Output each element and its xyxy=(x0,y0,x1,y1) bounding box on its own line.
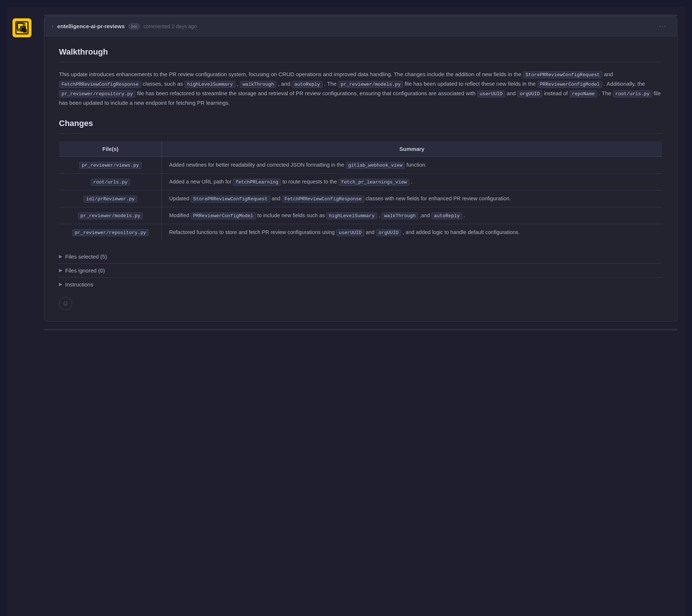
app-logo xyxy=(12,18,31,37)
comment-time: commented 2 days ago xyxy=(144,23,197,29)
bottom-divider xyxy=(44,329,677,330)
bot-badge: bot xyxy=(129,23,140,29)
summary-cell: Refactored functions to store and fetch … xyxy=(162,224,662,241)
changes-section: Changes File(s) Summary xyxy=(59,119,662,310)
code-fetch-pr-learnings-view: fetch_pr_learnings_view xyxy=(339,179,409,186)
walkthrough-paragraph: This update introduces enhancements to t… xyxy=(59,70,662,108)
code-file-5: pr_reviewer/repository.py xyxy=(72,229,149,236)
emoji-icon: ☺ xyxy=(62,300,69,307)
summary-cell: Added newlines for better readability an… xyxy=(162,156,662,173)
table-row: pr_reviewer/models.py Modified PRReviewe… xyxy=(59,207,662,224)
code-fetchPRLearning: fetchPRLearning xyxy=(233,179,281,186)
file-cell: root/urls.py xyxy=(59,173,162,190)
code-highLevelSummary: highLevelSummary xyxy=(185,81,235,88)
collapse-arrow-icon[interactable]: ‹ xyxy=(52,23,53,30)
code-autoReply2: autoReply xyxy=(431,212,462,219)
instructions-label: Instructions xyxy=(65,281,93,287)
code-PRReviewerConfigModel: PRReviewerConfigModel xyxy=(537,81,602,88)
code-gitlab-webhook-view: gitlab_webhook_view xyxy=(346,162,405,169)
code-userUUID: userUUID xyxy=(477,90,505,97)
code-file-3: idl/prReviewer.py xyxy=(83,196,137,203)
table-row: root/urls.py Added a new URL path for fe… xyxy=(59,173,662,190)
code-highLevelSummary2: highLevelSummary xyxy=(326,212,377,219)
col-files-header: File(s) xyxy=(59,141,162,156)
files-selected-collapsible[interactable]: ▶ Files selected (5) xyxy=(59,250,662,263)
table-row: pr_reviewer/views.py Added newlines for … xyxy=(59,156,662,173)
logo-inner xyxy=(15,21,29,34)
code-FetchPRReviewConfigResponse2: FetchPRReviewConfigResponse xyxy=(282,196,364,203)
files-ignored-collapsible[interactable]: ▶ Files ignored (0) xyxy=(59,263,662,277)
comment-body: Walkthrough This update introduces enhan… xyxy=(44,36,677,321)
file-cell: pr_reviewer/repository.py xyxy=(59,224,162,241)
code-orgUUID2: orgUUID xyxy=(376,229,401,236)
code-StorePRReviewConfigRequest: StorePRReviewConfigRequest xyxy=(523,71,602,78)
col-summary-header: Summary xyxy=(162,141,662,156)
changes-table: File(s) Summary pr_reviewer/views.py xyxy=(59,141,662,241)
svg-rect-1 xyxy=(21,26,25,31)
code-prReviewerModels: pr_reviewer/models.py xyxy=(338,81,403,88)
svg-rect-0 xyxy=(17,23,23,29)
summary-cell: Added a new URL path for fetchPRLearning… xyxy=(162,173,662,190)
sidebar xyxy=(7,15,37,616)
file-cell: pr_reviewer/models.py xyxy=(59,207,162,224)
triangle-icon-2: ▶ xyxy=(59,268,62,273)
code-walkThrough: walkThrough xyxy=(240,81,276,88)
svg-rect-2 xyxy=(21,27,25,30)
code-userUUID2: userUUID xyxy=(336,229,364,236)
code-PRReviewerConfigModel2: PRReviewerConfigModel xyxy=(191,212,256,219)
code-prReviewerRepository: pr_reviewer/repository.py xyxy=(59,90,135,97)
more-options-button[interactable]: ··· xyxy=(656,21,670,31)
instructions-collapsible[interactable]: ▶ Instructions xyxy=(59,277,662,291)
table-row: idl/prReviewer.py Updated StorePRReviewC… xyxy=(59,190,662,207)
emoji-reaction-button[interactable]: ☺ xyxy=(59,297,72,310)
code-walkThrough2: walkThrough xyxy=(382,212,418,219)
author-name: entelligence-ai-pr-reviews xyxy=(57,23,124,29)
code-autoReply: autoReply xyxy=(292,81,323,88)
walkthrough-title: Walkthrough xyxy=(59,47,662,62)
triangle-icon-3: ▶ xyxy=(59,282,62,287)
walkthrough-section: Walkthrough This update introduces enhan… xyxy=(59,47,662,108)
file-cell: idl/prReviewer.py xyxy=(59,190,162,207)
file-cell: pr_reviewer/views.py xyxy=(59,156,162,173)
table-row: pr_reviewer/repository.py Refactored fun… xyxy=(59,224,662,241)
summary-cell: Updated StorePRReviewConfigRequest and F… xyxy=(162,190,662,207)
comment-header: ‹ entelligence-ai-pr-reviews bot comment… xyxy=(44,16,677,36)
changes-title: Changes xyxy=(59,119,662,134)
code-repoName: repoName xyxy=(569,90,597,97)
code-file-2: root/urls.py xyxy=(91,179,130,186)
comment-block: ‹ entelligence-ai-pr-reviews bot comment… xyxy=(44,16,677,322)
summary-cell: Modified PRReviewerConfigModel to includ… xyxy=(162,207,662,224)
code-StorePRReviewConfigRequest2: StorePRReviewConfigRequest xyxy=(191,196,270,203)
files-ignored-label: Files ignored (0) xyxy=(65,267,105,274)
code-file-4: pr_reviewer/models.py xyxy=(78,212,143,219)
code-orgUUID: orgUUID xyxy=(517,90,543,97)
app-container: ‹ entelligence-ai-pr-reviews bot comment… xyxy=(7,7,685,616)
code-rootUrls: root/urls.py xyxy=(613,90,652,97)
code-FetchPRReviewConfigResponse: FetchPRReviewConfigResponse xyxy=(59,81,141,88)
main-content: ‹ entelligence-ai-pr-reviews bot comment… xyxy=(37,15,685,616)
comment-header-left: ‹ entelligence-ai-pr-reviews bot comment… xyxy=(52,23,197,30)
triangle-icon-1: ▶ xyxy=(59,254,62,259)
code-file-1: pr_reviewer/views.py xyxy=(79,162,141,169)
table-header-row: File(s) Summary xyxy=(59,141,662,156)
files-selected-label: Files selected (5) xyxy=(65,253,107,260)
